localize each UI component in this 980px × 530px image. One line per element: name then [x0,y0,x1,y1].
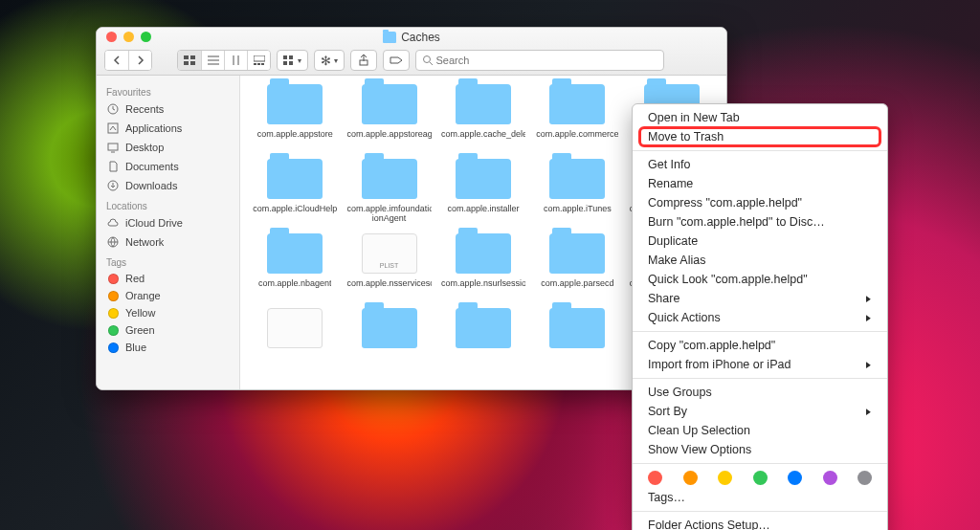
tag-color-dot[interactable] [683,471,698,485]
svg-rect-3 [190,61,195,65]
menu-item-import-from-iphone-or-ipad[interactable]: Import from iPhone or iPad [633,355,887,374]
menu-item-label: Compress "com.apple.helpd" [648,196,802,210]
sidebar-item-label: iCloud Drive [125,217,183,229]
grid-item[interactable] [250,305,340,376]
folder-icon [267,159,323,199]
grid-item[interactable]: com.apple.appstore [250,81,340,152]
menu-item-quick-look-com-apple-helpd[interactable]: Quick Look "com.apple.helpd" [633,270,887,289]
folder-icon [549,308,605,348]
grid-item-label: com.apple.parsecd [541,279,613,298]
sidebar-item-red[interactable]: Red [97,270,239,287]
menu-item-make-alias[interactable]: Make Alias [633,251,887,270]
menu-item-label: Get Info [648,158,690,171]
menu-item-copy-com-apple-helpd[interactable]: Copy "com.apple.helpd" [633,336,887,355]
menu-item-rename[interactable]: Rename [633,174,887,193]
search-field[interactable] [415,50,664,71]
search-input[interactable] [435,55,657,66]
view-mode-switch [177,50,271,71]
menu-item-burn-com-apple-helpd-to-disc[interactable]: Burn "com.apple.helpd" to Disc… [633,212,887,232]
menu-item-move-to-trash[interactable]: Move to Trash [633,127,887,146]
grid-item[interactable]: com.apple.iCloudHelper [250,156,340,227]
sidebar-item-orange[interactable]: Orange [97,287,239,304]
back-button[interactable] [105,51,128,70]
grid-item[interactable]: com.apple.imfoundation.I…ionAgent [344,156,434,227]
grid-item[interactable]: com.apple.iTunes [532,156,622,227]
sidebar-item-label: Red [125,273,145,284]
svg-rect-2 [184,61,189,65]
window-title: Caches [97,31,726,44]
menu-item-tags[interactable]: Tags… [633,488,887,507]
grid-item[interactable]: PLISTcom.apple.nsservicescache.plist [344,231,434,301]
sidebar-item-label: Documents [125,161,179,172]
tag-color-dot[interactable] [718,471,732,485]
menu-item-quick-actions[interactable]: Quick Actions [633,308,887,327]
grid-item[interactable]: com.apple.installer [438,156,528,227]
sidebar-item-desktop[interactable]: Desktop [97,138,239,157]
grid-item-label: com.apple.iCloudHelper [253,205,337,224]
tag-color-dot[interactable] [788,471,802,485]
tags-button[interactable] [383,50,410,71]
sidebar-item-documents[interactable]: Documents [97,157,239,176]
grid-item[interactable]: com.apple.parsecd [532,231,622,301]
grid-item[interactable] [532,305,622,376]
sidebar-item-label: Orange [125,290,161,301]
svg-point-13 [424,56,431,63]
menu-item-label: Burn "com.apple.helpd" to Disc… [648,215,825,229]
sidebar-item-applications[interactable]: Applications [97,119,239,138]
sidebar-section-header: Tags [97,252,239,270]
menu-item-get-info[interactable]: Get Info [633,155,887,174]
grid-item[interactable]: com.apple.nbagent [250,231,340,301]
toolbar: ▾ ✻ ▾ [97,47,726,75]
grid-item-label: com.apple.installer [447,205,519,224]
nav-back-forward [104,50,152,71]
menu-item-show-view-options[interactable]: Show View Options [633,440,887,459]
list-view-button[interactable] [201,51,224,70]
grid-item[interactable]: com.apple.commerce [532,81,622,152]
menu-item-folder-actions-setup[interactable]: Folder Actions Setup… [633,516,887,530]
menu-item-label: Sort By [648,405,687,418]
sidebar-item-downloads[interactable]: Downloads [97,176,239,195]
sidebar-item-green[interactable]: Green [97,321,239,339]
column-view-button[interactable] [224,51,247,70]
grid-item[interactable]: com.apple.nsurlsessiond [438,231,528,301]
folder-icon [362,308,417,348]
svg-rect-1 [190,55,195,59]
grid-item[interactable] [438,305,528,376]
tag-dot-icon [106,325,120,336]
icon-view-button[interactable] [178,51,201,70]
menu-item-duplicate[interactable]: Duplicate [633,232,887,251]
forward-button[interactable] [128,51,151,70]
menu-item-clean-up-selection[interactable]: Clean Up Selection [633,421,887,440]
grid-item[interactable] [344,305,434,376]
context-menu: Open in New TabMove to TrashGet InfoRena… [632,103,888,530]
sidebar-item-network[interactable]: Network [97,232,239,252]
svg-rect-4 [254,55,265,61]
grid-item[interactable]: com.apple.cache_delete [438,81,528,152]
svg-rect-8 [283,55,287,59]
action-button[interactable]: ✻ ▾ [314,50,345,71]
arrange-button[interactable]: ▾ [277,50,308,71]
gallery-view-button[interactable] [247,51,270,70]
menu-item-compress-com-apple-helpd[interactable]: Compress "com.apple.helpd" [633,193,887,212]
grid-item[interactable]: com.apple.appstoreagent [344,81,434,152]
sidebar-item-icloud-drive[interactable]: iCloud Drive [97,213,239,232]
tag-color-dot[interactable] [858,471,872,485]
menu-item-share[interactable]: Share [633,289,887,308]
menu-item-sort-by[interactable]: Sort By [633,402,887,421]
grid-item-label: com.apple.appstoreagent [347,130,432,149]
menu-item-label: Copy "com.apple.helpd" [648,339,775,352]
tag-color-dot[interactable] [823,471,837,485]
menu-item-open-in-new-tab[interactable]: Open in New Tab [633,108,887,127]
tag-color-dot[interactable] [753,471,768,485]
tag-color-dot[interactable] [648,471,662,485]
sidebar-item-yellow[interactable]: Yellow [97,304,239,321]
window-title-text: Caches [401,31,440,44]
sidebar-item-blue[interactable]: Blue [97,339,239,356]
sidebar-section-header: Favourites [97,81,239,99]
doc-icon [106,160,120,173]
sidebar-item-label: Applications [125,122,182,134]
share-button[interactable] [350,50,377,71]
folder-icon [456,308,511,348]
sidebar-item-recents[interactable]: Recents [97,99,239,119]
menu-item-use-groups[interactable]: Use Groups [633,383,887,402]
